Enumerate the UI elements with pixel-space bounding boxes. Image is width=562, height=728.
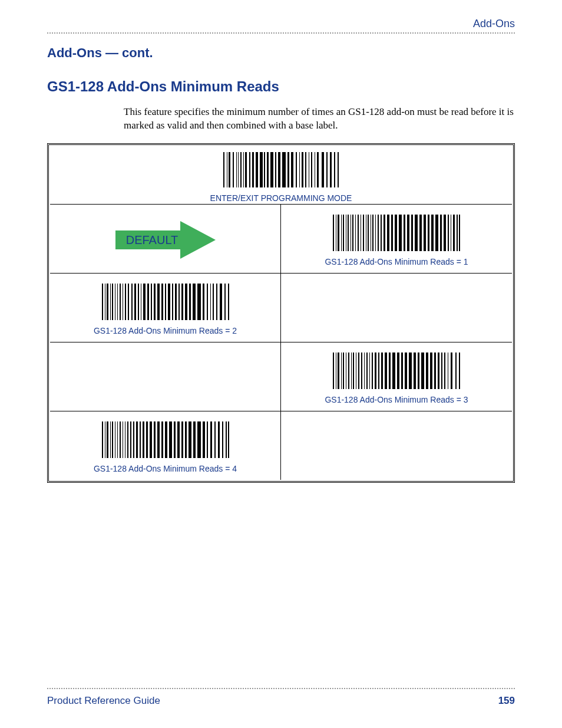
svg-rect-145: [430, 353, 432, 389]
svg-rect-103: [185, 284, 187, 320]
svg-rect-76: [102, 284, 103, 320]
svg-rect-155: [105, 421, 105, 458]
running-header: Add-Ons: [47, 18, 515, 30]
svg-rect-179: [181, 421, 183, 458]
svg-rect-56: [387, 215, 389, 251]
svg-rect-39: [343, 215, 344, 251]
svg-rect-161: [120, 421, 121, 458]
svg-rect-75: [459, 215, 460, 251]
intro-paragraph: This feature specifies the minimum numbe…: [124, 106, 515, 133]
svg-rect-123: [353, 353, 354, 389]
svg-rect-64: [419, 215, 422, 251]
svg-rect-115: [333, 353, 334, 389]
svg-rect-32: [334, 152, 335, 187]
svg-rect-86: [128, 284, 129, 320]
svg-rect-26: [311, 152, 312, 187]
svg-rect-22: [299, 152, 300, 187]
barcode-enter-exit-caption: ENTER/EXIT PROGRAMMING MODE: [50, 193, 512, 203]
svg-rect-125: [358, 353, 359, 389]
svg-rect-110: [213, 284, 214, 320]
svg-rect-59: [399, 215, 402, 251]
svg-rect-183: [197, 421, 201, 458]
svg-rect-167: [136, 421, 138, 458]
default-cell: DEFAULT: [50, 205, 281, 274]
empty-cell-r3: [50, 342, 281, 411]
svg-rect-182: [193, 421, 196, 458]
svg-rect-117: [338, 353, 339, 389]
svg-rect-61: [407, 215, 409, 251]
svg-rect-55: [384, 215, 385, 251]
svg-rect-180: [185, 421, 187, 458]
svg-rect-119: [343, 353, 344, 389]
svg-rect-41: [348, 215, 349, 251]
svg-rect-51: [372, 215, 373, 251]
svg-rect-127: [364, 353, 365, 389]
svg-rect-166: [133, 421, 134, 458]
svg-rect-37: [338, 215, 339, 251]
svg-rect-13: [264, 152, 265, 187]
svg-rect-146: [434, 353, 436, 389]
barcode-enter-exit: [222, 151, 340, 195]
svg-rect-113: [224, 284, 226, 320]
svg-rect-11: [256, 152, 258, 187]
svg-rect-74: [457, 215, 458, 251]
svg-rect-175: [165, 421, 167, 458]
svg-rect-83: [120, 284, 121, 320]
svg-rect-58: [395, 215, 397, 251]
svg-rect-42: [351, 215, 351, 251]
svg-rect-191: [228, 421, 229, 458]
enter-exit-cell: ENTER/EXIT PROGRAMMING MODE: [50, 146, 512, 205]
svg-rect-18: [282, 152, 286, 187]
svg-rect-160: [117, 421, 118, 458]
svg-rect-28: [317, 152, 319, 187]
svg-rect-16: [275, 152, 276, 187]
svg-rect-111: [216, 284, 217, 320]
svg-rect-189: [222, 421, 223, 458]
svg-rect-170: [146, 421, 148, 458]
svg-rect-181: [189, 421, 191, 458]
svg-rect-19: [287, 152, 289, 187]
svg-rect-87: [131, 284, 133, 320]
svg-rect-96: [161, 284, 163, 320]
svg-rect-68: [435, 215, 438, 251]
svg-rect-162: [123, 421, 123, 458]
svg-rect-89: [138, 284, 139, 320]
default-arrow-label: DEFAULT: [125, 233, 178, 246]
svg-rect-84: [123, 284, 123, 320]
svg-rect-99: [172, 284, 173, 320]
svg-rect-62: [411, 215, 413, 251]
svg-rect-108: [207, 284, 208, 320]
svg-rect-130: [372, 353, 373, 389]
svg-rect-92: [147, 284, 149, 320]
svg-rect-102: [181, 284, 183, 320]
svg-rect-53: [378, 215, 379, 251]
svg-rect-49: [368, 215, 369, 251]
svg-rect-5: [238, 152, 239, 187]
svg-rect-137: [397, 353, 399, 389]
svg-rect-85: [125, 284, 126, 320]
svg-rect-31: [330, 152, 332, 187]
options-frame: ENTER/EXIT PROGRAMMING MODE DEFAULT: [47, 143, 515, 483]
svg-rect-177: [174, 421, 176, 458]
svg-rect-121: [348, 353, 349, 389]
svg-rect-143: [421, 353, 424, 389]
svg-rect-133: [381, 353, 383, 389]
svg-rect-60: [404, 215, 405, 251]
svg-rect-156: [107, 421, 108, 458]
svg-rect-168: [140, 421, 141, 458]
page-footer: Product Reference Guide 159: [47, 688, 515, 707]
svg-rect-163: [125, 421, 125, 458]
svg-rect-82: [117, 284, 118, 320]
svg-rect-67: [431, 215, 434, 251]
svg-rect-114: [228, 284, 229, 320]
svg-rect-90: [141, 284, 141, 320]
svg-rect-109: [210, 284, 211, 320]
svg-rect-24: [305, 152, 306, 187]
svg-rect-10: [252, 152, 254, 187]
barcode-option-2: [101, 282, 230, 327]
svg-rect-169: [143, 421, 144, 458]
svg-rect-14: [267, 152, 269, 187]
svg-rect-23: [302, 152, 303, 187]
svg-rect-120: [346, 353, 346, 389]
svg-rect-12: [260, 152, 263, 187]
